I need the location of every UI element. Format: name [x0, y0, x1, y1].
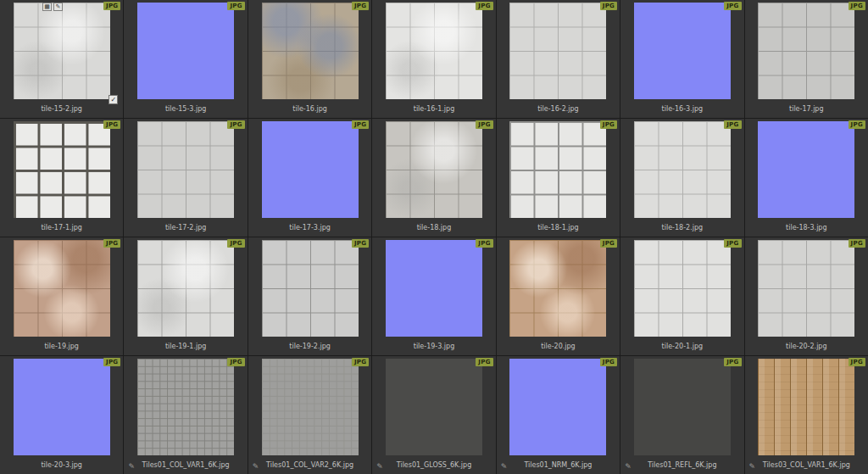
- filename-label[interactable]: tile-17-3.jpg: [250, 224, 370, 231]
- edit-metadata-icon: ✎: [749, 463, 756, 471]
- edit-metadata-icon: ✎: [376, 463, 383, 471]
- filename-label[interactable]: tile-20-3.jpg: [2, 461, 121, 469]
- filetype-badge: JPG: [476, 120, 492, 129]
- filename-label[interactable]: tile-20-1.jpg: [622, 343, 742, 350]
- filename-label[interactable]: tile-19-1.jpg: [125, 343, 245, 350]
- file-cell[interactable]: JPG Tiles01_COL_VAR2_6K.jpg ✎: [248, 356, 371, 474]
- filename-label[interactable]: Tiles01_NRM_6K.jpg: [498, 461, 618, 469]
- filename-label[interactable]: tile-16.jpg: [250, 105, 370, 113]
- file-thumbnail[interactable]: [386, 121, 482, 218]
- file-thumbnail[interactable]: [14, 121, 110, 218]
- filename-label[interactable]: tile-17-2.jpg: [125, 224, 245, 231]
- file-cell[interactable]: JPG tile-16.jpg: [248, 0, 371, 118]
- file-thumbnail[interactable]: [758, 121, 854, 218]
- filename-label[interactable]: Tiles01_GLOSS_6K.jpg: [374, 461, 493, 469]
- filename-label[interactable]: Tiles01_COL_VAR1_6K.jpg: [125, 461, 245, 469]
- file-thumbnail[interactable]: [137, 3, 234, 99]
- file-cell[interactable]: JPG tile-19-3.jpg: [372, 237, 495, 355]
- file-cell[interactable]: JPG Tiles03_COL_VAR1_6K.jpg ✎: [745, 356, 868, 474]
- file-thumbnail[interactable]: [634, 3, 731, 99]
- file-thumbnail[interactable]: [509, 3, 606, 99]
- filename-label[interactable]: Tiles03_COL_VAR1_6K.jpg: [747, 461, 866, 469]
- file-cell[interactable]: JPG tile-18-3.jpg: [745, 119, 868, 237]
- file-thumbnail[interactable]: [14, 240, 110, 337]
- file-thumbnail[interactable]: [137, 240, 234, 337]
- file-cell[interactable]: JPG tile-20-3.jpg: [0, 356, 123, 474]
- file-thumbnail[interactable]: [14, 3, 110, 99]
- file-thumbnail[interactable]: [262, 121, 359, 218]
- file-cell[interactable]: JPG tile-17-1.jpg: [0, 119, 123, 237]
- file-cell[interactable]: JPG Tiles01_REFL_6K.jpg ✎: [620, 356, 743, 474]
- file-cell[interactable]: JPG tile-16-1.jpg: [372, 0, 495, 118]
- filetype-badge: JPG: [103, 2, 120, 10]
- file-thumbnail[interactable]: [386, 359, 482, 455]
- file-cell[interactable]: JPG tile-17.jpg: [745, 0, 868, 118]
- file-cell[interactable]: JPG tile-19-2.jpg: [248, 237, 371, 355]
- file-thumbnail[interactable]: [634, 240, 731, 337]
- filetype-badge: JPG: [227, 358, 244, 366]
- file-thumbnail[interactable]: [386, 3, 482, 99]
- filename-label[interactable]: tile-20-2.jpg: [747, 343, 866, 350]
- file-thumbnail[interactable]: [758, 3, 854, 99]
- file-thumbnail[interactable]: [137, 121, 234, 218]
- file-cell[interactable]: JPG tile-15-2.jpg ▦✎✓: [0, 0, 123, 118]
- filetype-badge: JPG: [103, 358, 120, 366]
- filetype-badge: JPG: [103, 120, 120, 129]
- file-cell[interactable]: JPG tile-20.jpg: [497, 237, 620, 355]
- filename-label[interactable]: tile-20.jpg: [498, 343, 618, 350]
- file-thumbnail[interactable]: [262, 240, 359, 337]
- filename-label[interactable]: tile-17-1.jpg: [2, 224, 121, 231]
- file-cell[interactable]: JPG tile-15-3.jpg: [124, 0, 247, 118]
- filename-label[interactable]: tile-19.jpg: [2, 343, 121, 350]
- filename-label[interactable]: tile-16-2.jpg: [498, 105, 618, 113]
- file-cell[interactable]: JPG tile-16-2.jpg: [497, 0, 620, 118]
- file-thumbnail[interactable]: [758, 240, 854, 337]
- file-thumbnail[interactable]: [386, 240, 482, 337]
- filetype-badge: JPG: [849, 358, 865, 366]
- filename-label[interactable]: tile-15-3.jpg: [125, 105, 245, 113]
- filename-label[interactable]: tile-16-3.jpg: [622, 105, 742, 113]
- filename-label[interactable]: Tiles01_REFL_6K.jpg: [622, 461, 742, 469]
- filename-label[interactable]: tile-18-1.jpg: [498, 224, 618, 231]
- filetype-badge: JPG: [352, 239, 369, 248]
- file-thumbnail[interactable]: [262, 3, 359, 99]
- file-cell[interactable]: JPG tile-17-2.jpg: [124, 119, 247, 237]
- file-thumbnail[interactable]: [634, 121, 731, 218]
- file-thumbnail[interactable]: [509, 121, 606, 218]
- file-cell[interactable]: JPG Tiles01_COL_VAR1_6K.jpg ✎: [124, 356, 247, 474]
- file-cell[interactable]: JPG tile-19-1.jpg: [124, 237, 247, 355]
- filename-label[interactable]: tile-16-1.jpg: [374, 105, 493, 113]
- file-thumbnail[interactable]: [634, 359, 731, 455]
- file-thumbnail[interactable]: [14, 359, 110, 455]
- filetype-badge: JPG: [227, 239, 244, 248]
- filetype-badge: JPG: [724, 358, 741, 366]
- file-cell[interactable]: JPG Tiles01_GLOSS_6K.jpg ✎: [372, 356, 495, 474]
- checkmark-icon[interactable]: ✓: [108, 95, 118, 104]
- filename-label[interactable]: tile-15-2.jpg: [2, 105, 121, 113]
- file-thumbnail[interactable]: [509, 359, 606, 455]
- file-cell[interactable]: JPG tile-19.jpg: [0, 237, 123, 355]
- filename-label[interactable]: tile-19-3.jpg: [374, 343, 493, 350]
- filename-label[interactable]: tile-18.jpg: [374, 224, 493, 231]
- file-cell[interactable]: JPG tile-16-3.jpg: [620, 0, 743, 118]
- file-cell[interactable]: JPG tile-18.jpg: [372, 119, 495, 237]
- file-cell[interactable]: JPG tile-18-2.jpg: [620, 119, 743, 237]
- filename-label[interactable]: tile-19-2.jpg: [250, 343, 370, 350]
- filename-label[interactable]: tile-18-2.jpg: [622, 224, 742, 231]
- file-cell[interactable]: JPG tile-20-2.jpg: [745, 237, 868, 355]
- file-cell[interactable]: JPG Tiles01_NRM_6K.jpg ✎: [497, 356, 620, 474]
- filetype-badge: JPG: [600, 239, 617, 248]
- file-thumbnail[interactable]: [509, 240, 606, 337]
- file-thumbnail[interactable]: [262, 359, 359, 455]
- file-cell[interactable]: JPG tile-18-1.jpg: [497, 119, 620, 237]
- file-cell[interactable]: JPG tile-17-3.jpg: [248, 119, 371, 237]
- file-cell[interactable]: JPG tile-20-1.jpg: [620, 237, 743, 355]
- filetype-badge: JPG: [352, 358, 369, 366]
- filename-label[interactable]: tile-18-3.jpg: [747, 224, 866, 231]
- pencil-badge-icon: ✎: [53, 3, 63, 11]
- filename-label[interactable]: tile-17.jpg: [747, 105, 866, 113]
- file-thumbnail[interactable]: [758, 359, 854, 455]
- file-thumbnail[interactable]: [137, 359, 234, 455]
- filename-label[interactable]: Tiles01_COL_VAR2_6K.jpg: [250, 461, 370, 469]
- thumbnail-status-icons: ▦✎: [42, 3, 63, 11]
